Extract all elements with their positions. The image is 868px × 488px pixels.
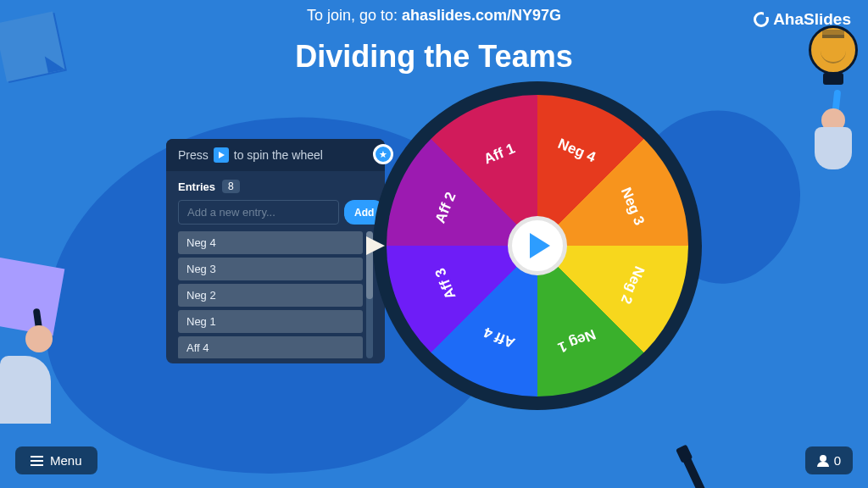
menu-label: Menu [50, 453, 82, 468]
list-item[interactable]: Neg 4 [178, 231, 363, 254]
page-title: Dividing the Teams [0, 39, 868, 75]
panel-header: Press to spin the wheel ★ [166, 139, 385, 171]
wheel-container: Neg 4Neg 3Neg 2Neg 1Aff 4Aff 3Aff 2Aff 1 [373, 81, 702, 410]
entries-label: Entries [178, 180, 215, 193]
list-item[interactable]: Neg 1 [178, 310, 363, 333]
person-icon [817, 455, 829, 467]
spin-button[interactable] [508, 216, 567, 275]
hand-illustration [0, 313, 76, 424]
pen-illustration [678, 446, 711, 488]
join-instruction: To join, go to: ahaslides.com/NY97G [0, 7, 868, 25]
list-item[interactable]: Aff 4 [178, 336, 363, 358]
play-icon [214, 147, 229, 163]
participants-count: 0 [834, 453, 841, 468]
brand-icon [754, 12, 769, 27]
join-prefix: To join, go to: [307, 7, 402, 24]
entries-count: 8 [222, 180, 240, 193]
pointer-icon [366, 236, 385, 255]
list-item[interactable]: Neg 3 [178, 258, 363, 280]
lightbulb-illustration [800, 25, 866, 92]
entries-list: Neg 4 Neg 3 Neg 2 Neg 1 Aff 4 [178, 231, 373, 358]
join-url: ahaslides.com/NY97G [402, 7, 561, 24]
entry-input[interactable] [178, 200, 339, 225]
hand-illustration [812, 93, 854, 169]
entry-add-row: Add [166, 200, 385, 225]
hint-after: to spin the wheel [234, 148, 323, 162]
star-icon: ★ [373, 144, 393, 164]
entries-header: Entries 8 [166, 171, 385, 200]
menu-button[interactable]: Menu [15, 446, 97, 474]
hamburger-icon [31, 456, 43, 466]
play-icon [530, 233, 550, 258]
entries-panel: Press to spin the wheel ★ Entries 8 Add … [166, 139, 385, 363]
participants-button[interactable]: 0 [805, 446, 853, 474]
list-item[interactable]: Neg 2 [178, 284, 363, 307]
hint-before: Press [178, 148, 209, 162]
